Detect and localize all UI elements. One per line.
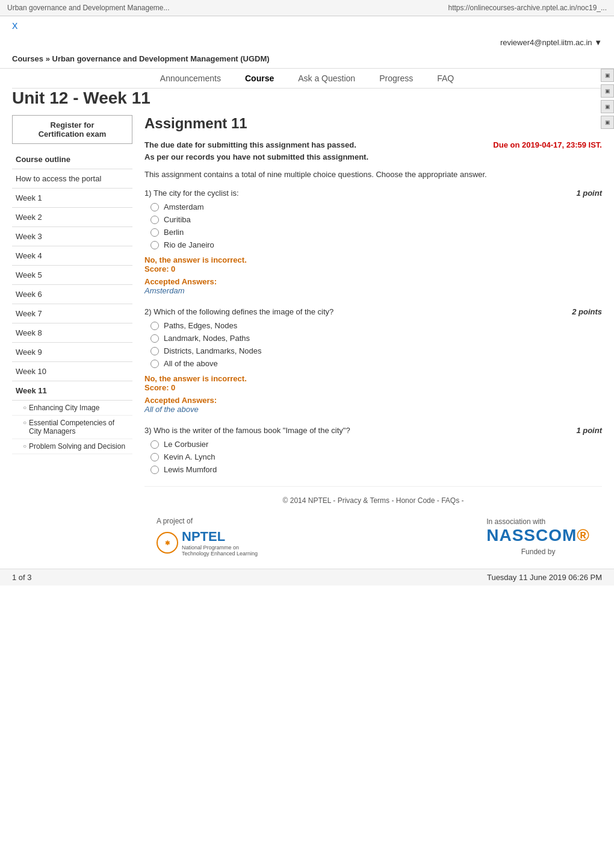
- page-count: 1 of 3: [12, 573, 32, 582]
- q3-text: Who is the writer of the famous book "Im…: [154, 426, 350, 435]
- q1-option-3-label: Berlin: [164, 228, 184, 237]
- question-3-text: 3) Who is the writer of the famous book …: [144, 426, 576, 435]
- q1-accepted-label: Accepted Answers:: [144, 277, 602, 286]
- main-layout: Register for Certification exam Course o…: [0, 115, 614, 569]
- footer-links: © 2014 NPTEL - Privacy & Terms - Honor C…: [144, 486, 602, 510]
- assignment-title: Assignment 11: [144, 115, 602, 132]
- q1-option-4[interactable]: Rio de Janeiro: [150, 240, 602, 249]
- url-bar: https://onlinecourses-archive.nptel.ac.i…: [448, 4, 607, 12]
- icon-2: ▣: [601, 84, 614, 98]
- q1-radio-4[interactable]: [150, 241, 159, 249]
- question-1-points: 1 point: [576, 189, 602, 198]
- q2-incorrect: No, the answer is incorrect.: [144, 374, 602, 383]
- q2-radio-1[interactable]: [150, 322, 159, 330]
- q2-option-1[interactable]: Paths, Edges, Nodes: [150, 321, 602, 330]
- nasscom-dot: ®: [577, 526, 590, 545]
- nptel-tagline: National Programme onTechnology Enhanced…: [182, 545, 258, 557]
- breadcrumb-course-name: Urban governance and Development Managem…: [52, 54, 270, 63]
- q1-accepted-answer: Amsterdam: [144, 286, 602, 295]
- sidebar-essential-competencies[interactable]: Essential Competencies of City Managers: [12, 416, 132, 439]
- breadcrumb: Courses » Urban governance and Developme…: [0, 49, 614, 69]
- question-1: 1) The city for the cyclist is: 1 point …: [144, 189, 602, 295]
- q1-score: Score: 0: [144, 264, 602, 273]
- q3-radio-2[interactable]: [150, 453, 159, 461]
- q1-radio-1[interactable]: [150, 203, 159, 211]
- status-bar: 1 of 3 Tuesday 11 June 2019 06:26 PM: [0, 569, 614, 585]
- sidebar-week-11[interactable]: Week 11: [12, 381, 132, 401]
- question-2: 2) Which of the following defines the im…: [144, 307, 602, 414]
- how-to-access-label: How to access the portal: [16, 174, 101, 183]
- q2-option-3[interactable]: Districts, Landmarks, Nodes: [150, 346, 602, 355]
- sidebar-week-3[interactable]: Week 3: [12, 227, 132, 246]
- nav-ask-question[interactable]: Ask a Question: [298, 73, 355, 83]
- q3-radio-3[interactable]: [150, 466, 159, 474]
- sidebar-problem-solving[interactable]: Problem Solving and Decision: [12, 439, 132, 454]
- close-button[interactable]: X: [12, 21, 17, 31]
- q1-option-4-label: Rio de Janeiro: [164, 240, 214, 249]
- register-line1: Register for: [51, 120, 95, 130]
- icon-1: ▣: [601, 69, 614, 82]
- q2-number: 2): [144, 307, 152, 316]
- sidebar-week-5[interactable]: Week 5: [12, 266, 132, 285]
- q2-option-4-label: All of the above: [164, 359, 218, 368]
- nav-faq[interactable]: FAQ: [437, 73, 454, 83]
- q1-option-2-label: Curitiba: [164, 215, 191, 224]
- question-3-options: Le Corbusier Kevin A. Lynch Lewis Mumfor…: [150, 440, 602, 474]
- sidebar-course-outline[interactable]: Course outline: [12, 150, 132, 169]
- user-email[interactable]: reviewer4@nptel.iitm.ac.in ▼: [500, 38, 602, 47]
- sidebar-how-to-access[interactable]: How to access the portal: [12, 169, 132, 189]
- q2-option-4[interactable]: All of the above: [150, 359, 602, 368]
- q3-radio-1[interactable]: [150, 440, 159, 449]
- nav-course[interactable]: Course: [245, 73, 274, 83]
- icon-4: ▣: [601, 116, 614, 129]
- q2-radio-3[interactable]: [150, 347, 159, 355]
- footer-right: In association with NASSCOM® Funded by: [486, 517, 590, 556]
- q1-incorrect: No, the answer is incorrect.: [144, 255, 602, 264]
- question-2-options: Paths, Edges, Nodes Landmark, Nodes, Pat…: [150, 321, 602, 368]
- sidebar-week-10[interactable]: Week 10: [12, 362, 132, 381]
- q3-option-2-label: Kevin A. Lynch: [164, 452, 216, 461]
- breadcrumb-courses[interactable]: Courses: [12, 54, 43, 63]
- q2-radio-4[interactable]: [150, 360, 159, 368]
- course-nav-container: Announcements Course Ask a Question Prog…: [0, 69, 614, 89]
- q3-option-2[interactable]: Kevin A. Lynch: [150, 452, 602, 461]
- sidebar-week-6[interactable]: Week 6: [12, 285, 132, 304]
- sidebar-week-9[interactable]: Week 9: [12, 343, 132, 362]
- sidebar-week-2[interactable]: Week 2: [12, 208, 132, 227]
- floating-icons: ▣ ▣ ▣ ▣: [601, 69, 614, 129]
- q1-radio-3[interactable]: [150, 228, 159, 237]
- user-bar: reviewer4@nptel.iitm.ac.in ▼: [0, 36, 614, 49]
- sidebar-week-4[interactable]: Week 4: [12, 246, 132, 266]
- q3-option-1[interactable]: Le Corbusier: [150, 440, 602, 449]
- nav-announcements[interactable]: Announcements: [160, 73, 221, 83]
- sidebar-enhancing-city-image[interactable]: Enhancing City Image: [12, 401, 132, 416]
- course-outline-label: Course outline: [16, 155, 70, 164]
- q2-option-3-label: Districts, Landmarks, Nodes: [164, 346, 262, 355]
- question-1-options: Amsterdam Curitiba Berlin Rio de Janeiro: [150, 202, 602, 249]
- problem-solving-label: Problem Solving and Decision: [29, 442, 125, 451]
- sidebar-week-8[interactable]: Week 8: [12, 323, 132, 343]
- q2-radio-2[interactable]: [150, 334, 159, 343]
- q2-option-2[interactable]: Landmark, Nodes, Paths: [150, 334, 602, 343]
- q3-option-1-label: Le Corbusier: [164, 440, 208, 449]
- nasscom-logo: NASSCOM® Funded by: [486, 526, 590, 556]
- q1-option-2[interactable]: Curitiba: [150, 215, 602, 224]
- q1-option-3[interactable]: Berlin: [150, 228, 602, 237]
- enhancing-city-label: Enhancing City Image: [29, 404, 99, 412]
- course-nav: Announcements Course Ask a Question Prog…: [12, 69, 602, 89]
- q2-option-2-label: Landmark, Nodes, Paths: [164, 334, 250, 343]
- nav-progress[interactable]: Progress: [379, 73, 413, 83]
- content-area: Assignment 11 The due date for submittin…: [144, 115, 602, 569]
- q3-option-3-label: Lewis Mumford: [164, 465, 217, 474]
- q2-option-1-label: Paths, Edges, Nodes: [164, 321, 237, 330]
- q2-text: Which of the following defines the image…: [154, 307, 333, 316]
- browser-chrome: Urban governance and Development Managem…: [0, 0, 614, 16]
- sidebar-week-7[interactable]: Week 7: [12, 304, 132, 323]
- icon-3: ▣: [601, 100, 614, 113]
- q1-option-1[interactable]: Amsterdam: [150, 202, 602, 211]
- sidebar-register[interactable]: Register for Certification exam: [12, 115, 132, 144]
- sidebar-week-1[interactable]: Week 1: [12, 189, 132, 208]
- top-bar: X: [0, 16, 614, 36]
- q3-option-3[interactable]: Lewis Mumford: [150, 465, 602, 474]
- q1-radio-2[interactable]: [150, 216, 159, 224]
